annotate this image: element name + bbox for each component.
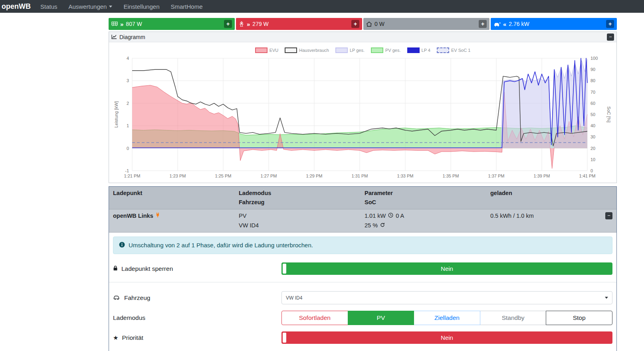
chart-legend: EVUHausverbrauchLP ges.PV ges.LP 4EV SoC… (109, 47, 616, 53)
tile-charge-power[interactable]: « 2.76 kW + (491, 18, 617, 30)
mode-pv-button[interactable]: PV (348, 311, 414, 325)
alert-text: Umschaltung von 2 auf 1 Phase, dafür wir… (129, 242, 313, 248)
chargemode-row: Lademodus Sofortladen PV Zielladen Stand… (109, 308, 616, 328)
lock-toggle-value: Nein (441, 265, 453, 272)
header-lademodus: Lademodus (239, 189, 365, 198)
mode-zielladen-button[interactable]: Zielladen (414, 311, 480, 325)
x-tick: 1:35 PM (443, 174, 459, 178)
nav-auswertungen-label: Auswertungen (69, 3, 107, 10)
lock-label: Ladepunkt sperren (121, 265, 173, 272)
power-chart: -10123401020304050607080901001:21 PM1:23… (109, 42, 616, 183)
app-brand[interactable]: openWB (0, 2, 35, 11)
collapse-diagram-button[interactable]: − (607, 34, 614, 41)
collapse-chargepoint-button[interactable]: − (605, 212, 612, 219)
phase-switch-alert: Umschaltung von 2 auf 1 Phase, dafür wir… (113, 237, 612, 254)
chargepoint-card: Ladepunkt Lademodus Fahrzeug Parameter S… (109, 186, 617, 351)
legend-swatch (437, 47, 449, 53)
tile-grid-value: 279 W (252, 21, 268, 27)
x-tick: 1:27 PM (261, 174, 277, 178)
mode-stop-button[interactable]: Stop (546, 311, 612, 325)
y-left-tick: 1 (127, 123, 129, 128)
y-right-tick: 70 (590, 90, 595, 95)
diagram-header: Diagramm − (109, 32, 616, 42)
priority-toggle-value: Nein (441, 334, 453, 341)
tile-house-expand-button[interactable]: + (479, 20, 487, 28)
legend-swatch (407, 47, 420, 53)
vehicle-row: Fahrzeug VW ID4 (109, 288, 616, 308)
row-mode: PV (239, 211, 365, 221)
chart-area: EVUHausverbrauchLP ges.PV ges.LP 4EV SoC… (109, 42, 616, 183)
legend-item-PV ges.[interactable]: PV ges. (371, 47, 401, 53)
y-left-tick: 0 (127, 146, 129, 151)
tile-grid-expand-button[interactable]: + (351, 20, 359, 28)
y-right-axis-title: SoC [%] (606, 106, 611, 122)
nav-smarthome[interactable]: SmartHome (165, 3, 208, 10)
star-icon: ★ (113, 334, 118, 341)
legend-label: EVU (269, 48, 279, 53)
tile-pv-value: 807 W (126, 21, 142, 27)
nav-einstellungen[interactable]: Einstellungen (118, 3, 165, 10)
vehicle-select-value: VW ID4 (286, 295, 302, 301)
tile-charge-value: 2.76 kW (509, 21, 529, 27)
header-fahrzeug: Fahrzeug (239, 198, 365, 207)
mode-standby-button[interactable]: Standby (480, 311, 547, 325)
legend-item-Hausverbrauch[interactable]: Hausverbrauch (285, 47, 329, 53)
legend-swatch (335, 47, 348, 53)
y-right-tick: 50 (590, 112, 595, 117)
legend-item-LP ges.[interactable]: LP ges. (335, 47, 365, 53)
row-param-power: 1.01 kW (365, 211, 386, 221)
x-tick: 1:37 PM (488, 174, 505, 178)
current-target-icon (388, 211, 393, 221)
tile-pv-power[interactable]: » 807 W + (109, 18, 235, 30)
legend-item-EVU[interactable]: EVU (255, 47, 279, 53)
legend-label: LP ges. (350, 48, 365, 53)
legend-label: Hausverbrauch (299, 48, 329, 53)
nav-smarthome-label: SmartHome (171, 3, 203, 10)
y-right-tick: 80 (590, 78, 595, 83)
tile-grid-power[interactable]: » 279 W + (236, 18, 362, 30)
soc-refresh-icon[interactable] (380, 221, 385, 230)
tile-house-power[interactable]: 0 W + (363, 18, 489, 30)
chargepoint-table-header: Ladepunkt Lademodus Fahrzeug Parameter S… (109, 187, 616, 209)
top-navbar: openWB Status Auswertungen Einstellungen… (0, 0, 644, 13)
row-vehicle: VW ID4 (239, 221, 365, 230)
nav-status[interactable]: Status (35, 3, 63, 10)
nav-einstellungen-label: Einstellungen (123, 3, 159, 10)
x-tick: 1:25 PM (215, 174, 232, 178)
chart-icon (111, 34, 117, 40)
y-left-tick: 3 (127, 78, 129, 83)
power-tiles: » 807 W + » 279 W + 0 W + « 2.76 kW + (109, 18, 617, 30)
tile-pv-expand-button[interactable]: + (224, 20, 232, 28)
chargemode-label: Lademodus (113, 314, 145, 321)
chargepoint-body: Umschaltung von 2 auf 1 Phase, dafür wir… (109, 233, 616, 351)
house-icon (366, 22, 372, 27)
solar-panel-icon (111, 22, 118, 26)
priority-toggle[interactable]: Nein (281, 331, 612, 344)
priority-label: Priorität (122, 334, 143, 341)
legend-label: LP 4 (422, 48, 430, 53)
legend-item-EV SoC 1[interactable]: EV SoC 1 (437, 47, 470, 53)
row-charged: 0.5 kWh / 1.0 km (490, 211, 534, 221)
tile-charge-expand-button[interactable]: + (606, 20, 614, 28)
nav-status-label: Status (40, 3, 57, 10)
mode-sofortladen-button[interactable]: Sofortladen (281, 311, 348, 325)
diagram-panel: Diagramm − EVUHausverbrauchLP ges.PV ges… (109, 32, 617, 183)
vehicle-select[interactable]: VW ID4 (281, 291, 612, 304)
car-charge-icon (493, 22, 501, 27)
x-tick: 1:23 PM (170, 174, 186, 178)
x-tick: 1:21 PM (124, 174, 141, 178)
legend-item-LP 4[interactable]: LP 4 (407, 47, 430, 53)
chargemode-group: Sofortladen PV Zielladen Standby Stop (281, 311, 612, 325)
toggle-handle (283, 333, 286, 343)
legend-swatch (255, 47, 268, 53)
legend-label: PV ges. (385, 48, 401, 53)
nav-auswertungen[interactable]: Auswertungen (63, 3, 118, 10)
y-right-tick: 20 (590, 146, 595, 151)
y-right-tick: 40 (590, 123, 595, 128)
y-right-tick: 90 (590, 67, 595, 72)
lock-row: Ladepunkt sperren Nein (109, 259, 616, 279)
chargepoint-row[interactable]: openWB Links PV VW ID4 1.01 kW 0 A (109, 209, 616, 232)
power-tower-icon (239, 21, 244, 27)
lock-toggle[interactable]: Nein (281, 262, 612, 275)
x-tick: 1:41 PM (579, 174, 596, 178)
